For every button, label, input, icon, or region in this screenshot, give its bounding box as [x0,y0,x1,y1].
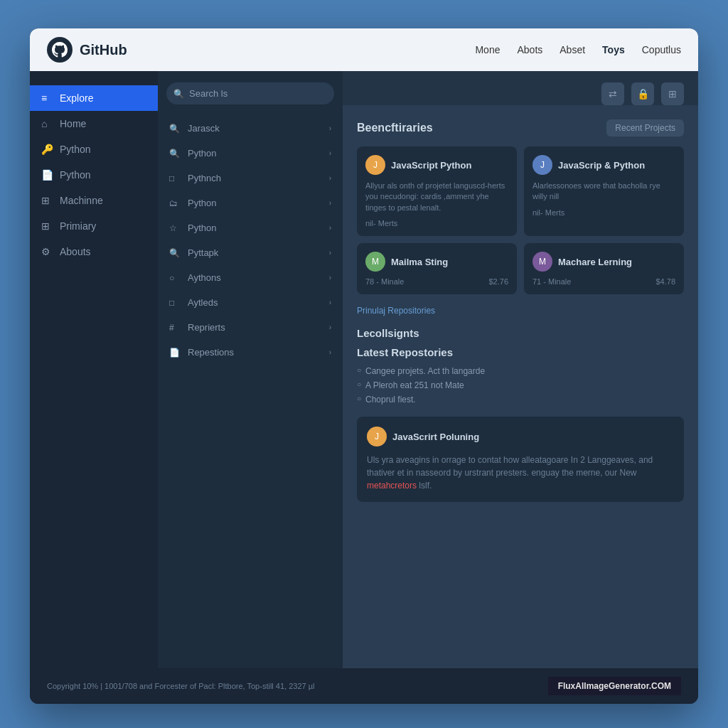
sidebar-item-label: Python [60,144,91,155]
card-desc: Alarlessonoes wore that bacholla rye wil… [532,181,675,203]
github-logo-icon [47,37,73,63]
feature-card-desc: Uls yra aveagins in orrage to contat how… [367,454,674,492]
search-icon: 🔍 [169,248,181,258]
card-header: M Mailma Sting [365,252,508,272]
sidebar-item-primiary[interactable]: ⊞ Primiary [30,213,158,239]
list-item-label: Pythnch [188,173,221,183]
list-item-label: Repestions [188,347,234,358]
latest-section-title: Latest Repostories [357,346,684,358]
card-meta: nil- Merts [365,219,508,228]
sidebar-item-label: Abouts [60,246,91,257]
card-header: J JavaScript Python [365,155,508,175]
recent-projects-button[interactable]: Recent Projects [606,119,684,136]
list-item-label: Aytleds [188,297,218,308]
nav-mone[interactable]: Mone [475,44,500,55]
sidebar-item-machinne[interactable]: ⊞ Machinne [30,188,158,213]
chevron-right-icon: › [329,124,331,132]
nav-toys[interactable]: Toys [602,44,625,55]
card-title: Machare Lerning [558,257,632,267]
list-item-label: Python [188,148,216,159]
share-icon-btn[interactable]: ⇄ [601,82,624,105]
feature-card: J JavaScrirt Poluning Uls yra aveagins i… [357,417,684,502]
list-item: A Pleroh eat 251 not Mate [357,378,684,392]
nav-links: Mone Abots Abset Toys Coputlus [475,44,681,55]
list-item-label: Python [188,198,216,208]
sidebar-item-home[interactable]: ⌂ Home [30,111,158,136]
beneficiaries-header: Beencftiraries Recent Projects [357,119,684,136]
list-item-label: Reprierts [188,322,225,333]
sidebar: ≡ Explore ⌂ Home 🔑 Python 📄 Python ⊞ Mac… [30,71,158,668]
middle-list-pyttapk[interactable]: 🔍 Pyttapk › [158,240,343,265]
avatar: J [532,155,552,175]
list-item: Choprul fiest. [357,392,684,407]
browser-window: GitHub Mone Abots Abset Toys Coputlus ≡ … [30,28,698,704]
middle-list-python3[interactable]: ☆ Python › [158,215,343,240]
gear-icon: ⚙ [41,246,53,257]
nav-coputlus[interactable]: Coputlus [642,44,681,55]
folder-icon: 🗂 [169,198,181,208]
chevron-right-icon: › [329,299,331,306]
logo-text: GitHub [80,42,127,58]
list-item-label: Aythons [188,272,221,283]
chart-icon: ⊞ [41,195,53,206]
card-machare: M Machare Lerning 71 - Minale $4.78 [524,243,684,294]
doc-icon: 📄 [169,348,181,358]
sidebar-item-python2[interactable]: 📄 Python [30,162,158,188]
nav-abset[interactable]: Abset [560,44,585,55]
search-bar[interactable]: 🔍 [166,82,334,105]
feature-card-header: J JavaScrirt Poluning [367,427,674,446]
beneficiaries-title: Beencftiraries [357,122,433,134]
middle-list-jarasck[interactable]: 🔍 Jarasck › [158,116,343,141]
chevron-right-icon: › [329,274,331,282]
list-item-label: Pyttapk [188,247,218,258]
sidebar-item-explore[interactable]: ≡ Explore [30,85,158,111]
avatar: M [532,252,552,272]
list-item-label: Python [188,223,216,233]
grid-icon: ⊞ [41,220,53,232]
sidebar-item-python1[interactable]: 🔑 Python [30,136,158,162]
chevron-right-icon: › [329,249,331,257]
card-js-python: J JavaScript Python Allyur als onth of p… [357,146,517,236]
logo-area: GitHub [47,37,127,63]
primary-repositories-link[interactable]: Prinulaj Repositories [357,306,684,316]
square-icon: □ [169,173,181,183]
middle-list-pythnch[interactable]: □ Pythnch › [158,166,343,191]
sidebar-item-abouts[interactable]: ⚙ Abouts [30,239,158,264]
right-content-wrapper: ⇄ 🔒 ⊞ Beencftiraries Recent Projects [343,71,698,668]
top-nav: GitHub Mone Abots Abset Toys Coputlus [30,28,698,71]
card-js-python2: J JavaScrip & Python Alarlessonoes wore … [524,146,684,236]
circle-icon: ○ [169,273,181,283]
search-icon: 🔍 [169,124,181,134]
cards-grid: J JavaScript Python Allyur als onth of p… [357,146,684,294]
card-title: JavaScript Python [391,160,471,171]
key-icon: 🔑 [41,144,53,155]
footer: Copyright 10% | 1001/708 and Forcester o… [30,668,698,704]
home-icon: ⌂ [41,118,53,129]
middle-list-repestions[interactable]: 📄 Repestions › [158,340,343,365]
main-layout: ≡ Explore ⌂ Home 🔑 Python 📄 Python ⊞ Mac… [30,71,698,668]
avatar: M [365,252,385,272]
sidebar-item-label: Machinne [60,195,103,206]
middle-list-aythons[interactable]: ○ Aythons › [158,265,343,290]
middle-list-reprierts[interactable]: # Reprierts › [158,315,343,340]
grid-icon-btn[interactable]: ⊞ [661,82,684,105]
latest-list: Cangee projets. Act th langarde A Pleroh… [357,364,684,407]
middle-list-python1[interactable]: 🔍 Python › [158,141,343,166]
lock-icon-btn[interactable]: 🔒 [631,82,654,105]
card-header: J JavaScrip & Python [532,155,675,175]
chevron-right-icon: › [329,323,331,331]
hash-icon: # [169,323,181,333]
nav-abots[interactable]: Abots [517,44,542,55]
card-header: M Machare Lerning [532,252,675,272]
search-input[interactable] [166,82,334,105]
avatar: J [367,427,387,446]
search-icon: 🔍 [169,149,181,159]
card-title: JavaScrip & Python [558,160,645,171]
middle-list-aytleds[interactable]: □ Aytleds › [158,290,343,315]
sidebar-item-label: Home [60,118,86,129]
card-title: Mailma Sting [391,257,448,267]
doc-icon: 📄 [41,169,53,181]
local-section-title: Lecollsignts [357,327,684,339]
card-meta: 71 - Minale $4.78 [532,277,675,286]
middle-list-python2[interactable]: 🗂 Python › [158,191,343,215]
